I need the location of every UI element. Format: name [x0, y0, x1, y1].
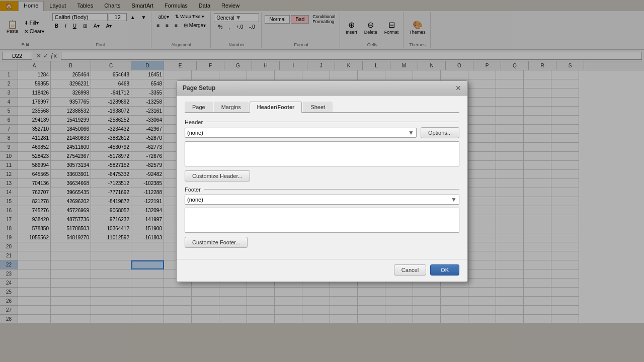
- footer-dropdown-arrow: ▼: [451, 196, 457, 203]
- dialog-title: Page Setup: [183, 84, 215, 92]
- header-section: Header (none) ▼ Options... Customize Hea…: [185, 119, 459, 182]
- header-section-label: Header: [185, 119, 459, 125]
- tab-page[interactable]: Page: [185, 102, 213, 112]
- cancel-button[interactable]: Cancel: [394, 264, 426, 276]
- page-setup-dialog: Page Setup ✕ Page Margins Header/Footer …: [176, 80, 468, 282]
- dialog-tabs: Page Margins Header/Footer Sheet: [185, 102, 459, 113]
- dialog-footer: Cancel OK: [177, 259, 467, 282]
- customize-header-button[interactable]: Customize Header...: [185, 170, 250, 182]
- dialog-titlebar: Page Setup ✕: [177, 81, 467, 96]
- modal-overlay: Page Setup ✕ Page Margins Header/Footer …: [0, 0, 644, 362]
- dialog-body: Page Margins Header/Footer Sheet Header …: [177, 96, 467, 259]
- header-dropdown-row: (none) ▼ Options...: [185, 127, 459, 138]
- tab-sheet[interactable]: Sheet: [303, 102, 333, 112]
- customize-footer-button[interactable]: Customize Footer...: [185, 237, 248, 248]
- footer-section: Footer (none) ▼ Customize Footer...: [185, 187, 459, 248]
- header-preview-box: [185, 141, 459, 166]
- footer-dropdown-row: (none) ▼: [185, 195, 459, 205]
- dialog-close-button[interactable]: ✕: [455, 84, 461, 92]
- ok-button[interactable]: OK: [430, 264, 459, 276]
- options-button[interactable]: Options...: [421, 127, 459, 138]
- footer-section-label: Footer: [185, 187, 459, 193]
- tab-margins[interactable]: Margins: [214, 102, 249, 112]
- header-dropdown-arrow: ▼: [408, 129, 414, 136]
- tab-headerfooter[interactable]: Header/Footer: [250, 102, 302, 113]
- header-dropdown[interactable]: (none) ▼: [185, 128, 417, 138]
- footer-preview-box: [185, 208, 459, 233]
- footer-dropdown[interactable]: (none) ▼: [185, 195, 459, 205]
